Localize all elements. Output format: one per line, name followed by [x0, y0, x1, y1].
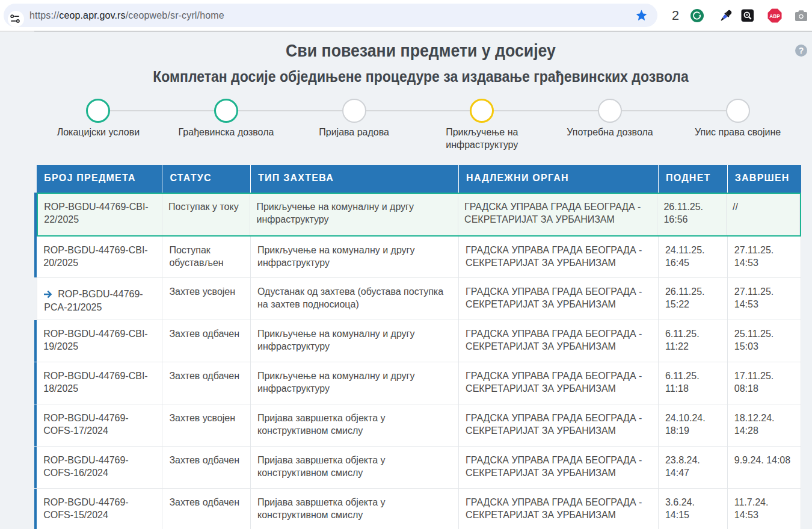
svg-text:ABP: ABP	[769, 14, 780, 19]
